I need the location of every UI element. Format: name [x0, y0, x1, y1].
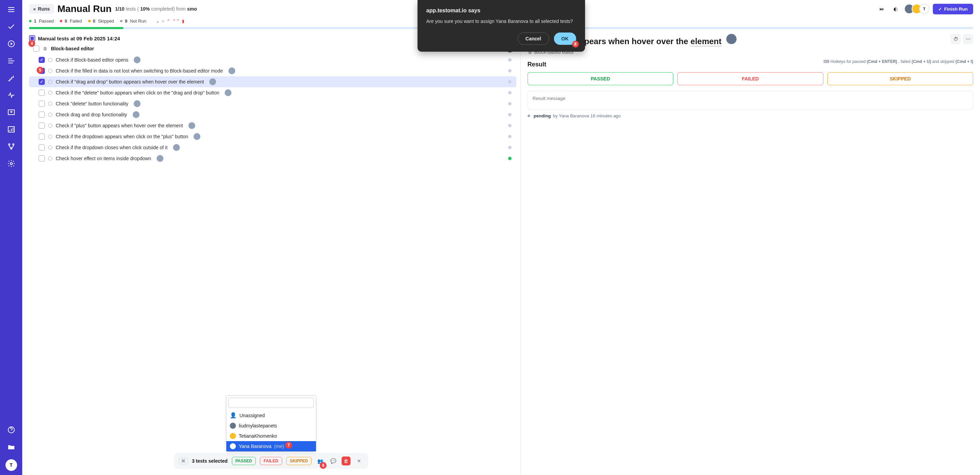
test-name: Check if "plus" button appears when hove…: [56, 123, 183, 128]
test-row[interactable]: Check if the dropdown appears when click…: [29, 131, 516, 142]
assignee-avatar: [194, 133, 200, 140]
bulk-failed-button[interactable]: FAILED: [260, 457, 282, 465]
test-checkbox[interactable]: [39, 155, 45, 161]
test-checkbox[interactable]: [39, 123, 45, 129]
runs-label: Runs: [38, 6, 50, 12]
assign-option-selected[interactable]: Yana Baranova (me) 7: [226, 441, 316, 451]
double-caret-icon[interactable]: ⌃⌃: [172, 19, 180, 24]
assignee-avatar: [228, 67, 235, 74]
detail-panel: rop" button appears when hover over the …: [520, 34, 980, 475]
import-icon[interactable]: [6, 107, 16, 117]
dialog-cancel-button[interactable]: Cancel: [518, 32, 549, 45]
moon-icon[interactable]: ◐: [891, 4, 900, 14]
user-avatars[interactable]: T: [904, 4, 929, 14]
result-failed-button[interactable]: FAILED: [678, 72, 823, 85]
test-row[interactable]: Check if the dropdown closes when click …: [29, 142, 516, 153]
selected-count: 3 tests selected: [192, 458, 228, 464]
app-logo[interactable]: T: [5, 459, 17, 471]
circle-icon[interactable]: ○: [162, 19, 164, 24]
bulk-action-bar: ⌘ 3 tests selected PASSED FAILED SKIPPED…: [174, 453, 368, 469]
stat-failed: 0 Failed: [60, 19, 82, 24]
test-checkbox[interactable]: [39, 144, 45, 151]
status-indicator: [48, 145, 52, 150]
result-passed-button[interactable]: PASSED: [528, 72, 674, 85]
detail-breadcrumb[interactable]: 🗎 Block-based editor: [528, 49, 973, 55]
list-icon[interactable]: [6, 56, 16, 66]
status-indicator: [48, 134, 52, 139]
close-icon[interactable]: ✕: [355, 456, 363, 465]
suite-checkbox[interactable]: [33, 46, 39, 52]
result-message-input[interactable]: [528, 91, 973, 110]
test-checkbox[interactable]: [39, 90, 45, 96]
test-checkbox[interactable]: [39, 100, 45, 107]
assign-search-input[interactable]: [228, 398, 314, 408]
status-indicator: [48, 58, 52, 62]
tests-panel: 4 Manual tests at 09 Feb 2025 14:24 🗎 Bl…: [22, 34, 520, 475]
pending-status: pending by Yana Baranova 16 minutes ago: [528, 113, 973, 118]
bookmark-icon[interactable]: ▮: [182, 19, 184, 24]
annotation-7: 7: [285, 442, 292, 449]
collapse-icon[interactable]: ⌄: [156, 19, 160, 24]
status-dot: [508, 102, 512, 105]
annotation-5: 5: [37, 67, 43, 73]
play-circle-icon[interactable]: [6, 39, 16, 49]
menu-icon[interactable]: [6, 5, 16, 14]
result-skipped-button[interactable]: SKIPPED: [827, 72, 974, 85]
result-heading: Result: [528, 61, 546, 68]
test-row[interactable]: Check if "drag and drop" button appears …: [29, 77, 516, 87]
test-checkbox[interactable]: [39, 79, 45, 85]
pulse-icon[interactable]: [6, 90, 16, 100]
test-row[interactable]: Check "delete" button functionality: [29, 98, 516, 109]
folder-icon[interactable]: [6, 442, 16, 452]
runs-back-button[interactable]: « Runs: [29, 4, 54, 14]
bulk-skipped-button[interactable]: SKIPPED: [286, 457, 312, 465]
test-name: Check "delete" button functionality: [56, 101, 128, 107]
delete-icon[interactable]: 🗑: [342, 456, 350, 465]
test-name: Check if the dropdown appears when click…: [56, 134, 188, 139]
check-icon[interactable]: [6, 22, 16, 32]
hotkeys-hint: ⌨ Hotkeys for passed (Cmd + ENTER) , fai…: [823, 59, 973, 64]
test-checkbox[interactable]: [39, 57, 45, 63]
help-icon[interactable]: [6, 425, 16, 435]
assignee-avatar: [188, 122, 195, 129]
dialog-title: app.testomat.io says: [426, 8, 576, 14]
test-row[interactable]: Check if Block-based editor opens: [29, 54, 516, 65]
more-icon[interactable]: ⋯: [963, 34, 973, 44]
finish-run-button[interactable]: ✓ Finish Run: [933, 4, 973, 14]
test-row[interactable]: Check drag and drop functionality: [29, 109, 516, 120]
test-name: Check if the filled in data is not lost …: [56, 68, 223, 73]
caret-up-icon[interactable]: ⌃: [167, 19, 170, 24]
assign-option[interactable]: liudmylastepanets: [226, 421, 316, 431]
comment-icon[interactable]: 💬: [329, 456, 337, 465]
assignee-avatar: [133, 111, 140, 118]
chart-icon[interactable]: [6, 124, 16, 134]
status-dot: [508, 157, 512, 160]
stat-skipped: 0 Skipped: [88, 19, 114, 24]
test-checkbox[interactable]: [39, 134, 45, 140]
assign-option-label: liudmylastepanets: [239, 423, 277, 429]
branch-icon[interactable]: [6, 142, 16, 151]
test-row[interactable]: Check if the "delete" button appears whe…: [29, 87, 516, 98]
stairs-icon[interactable]: [6, 73, 16, 83]
fast-forward-icon[interactable]: ⏭: [877, 4, 887, 14]
run-progress-text: 1/10 tests ( 10% completed) from smo: [115, 6, 197, 12]
annotation-8: 8: [572, 41, 579, 48]
status-indicator: [48, 156, 52, 161]
test-row[interactable]: Check if "plus" button appears when hove…: [29, 120, 516, 131]
gear-icon[interactable]: [6, 159, 16, 168]
assign-user-icon[interactable]: 👥6: [316, 456, 325, 465]
keyboard-icon[interactable]: ⌘: [179, 457, 188, 464]
test-row[interactable]: Check hover effect on items inside dropd…: [29, 153, 516, 164]
test-name: Check drag and drop functionality: [56, 112, 127, 117]
timer-icon[interactable]: ⏱: [951, 34, 961, 44]
dialog-ok-button[interactable]: OK 8: [554, 32, 576, 45]
assign-option-label: TetianaKhomenko: [239, 433, 277, 439]
assignee-avatar: [173, 144, 180, 151]
assignee-avatar: [157, 155, 164, 162]
bulk-passed-button[interactable]: PASSED: [231, 457, 255, 465]
test-checkbox[interactable]: [39, 112, 45, 118]
test-row[interactable]: 5Check if the filled in data is not lost…: [29, 65, 516, 77]
assign-option-unassigned[interactable]: 👤Unassigned: [226, 410, 316, 421]
status-dot: [508, 135, 512, 138]
assign-option[interactable]: TetianaKhomenko: [226, 431, 316, 441]
